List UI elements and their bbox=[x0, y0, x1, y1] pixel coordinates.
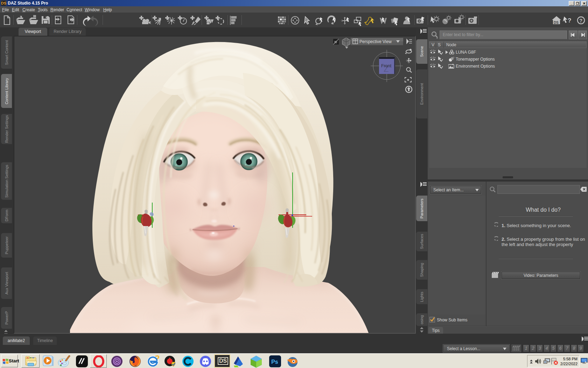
svg-text:?: ? bbox=[568, 17, 571, 24]
svg-text:Front: Front bbox=[381, 63, 392, 68]
svg-text:Perspective View: Perspective View bbox=[359, 39, 392, 44]
svg-text:DS: DS bbox=[554, 21, 559, 25]
svg-text:?: ? bbox=[579, 18, 582, 23]
svg-text:Ps: Ps bbox=[271, 359, 278, 365]
